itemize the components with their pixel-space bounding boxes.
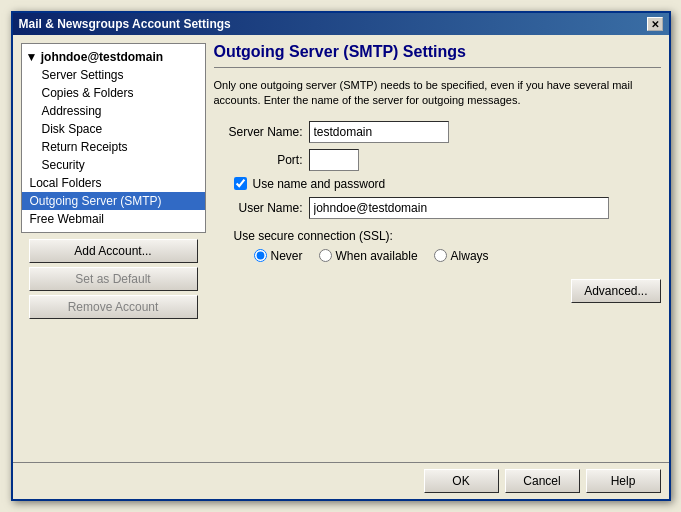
sidebar-item-label: Copies & Folders — [42, 86, 134, 100]
port-group: Port: — [214, 149, 661, 171]
username-group: User Name: — [214, 197, 661, 219]
sidebar-tree: ▼ johndoe@testdomain Server Settings Cop… — [21, 43, 206, 233]
footer-buttons: OK Cancel Help — [13, 462, 669, 499]
close-button[interactable]: ✕ — [647, 17, 663, 31]
server-name-group: Server Name: — [214, 121, 661, 143]
use-name-password-checkbox[interactable] — [234, 177, 247, 190]
ssl-section: Use secure connection (SSL): Never When … — [214, 229, 661, 263]
set-default-button[interactable]: Set as Default — [29, 267, 198, 291]
info-text: Only one outgoing server (SMTP) needs to… — [214, 78, 661, 109]
sidebar-item-addressing[interactable]: Addressing — [22, 102, 205, 120]
add-account-button[interactable]: Add Account... — [29, 239, 198, 263]
ssl-always-radio[interactable] — [434, 249, 447, 262]
ssl-when-available-radio[interactable] — [319, 249, 332, 262]
main-panel: Outgoing Server (SMTP) Settings Only one… — [214, 43, 661, 454]
left-panel: ▼ johndoe@testdomain Server Settings Cop… — [21, 43, 206, 454]
dialog-window: Mail & Newsgroups Account Settings ✕ ▼ j… — [11, 11, 671, 501]
sidebar-item-return-receipts[interactable]: Return Receipts — [22, 138, 205, 156]
advanced-button-row: Advanced... — [214, 279, 661, 303]
sidebar-item-account-root[interactable]: ▼ johndoe@testdomain — [22, 48, 205, 66]
username-input[interactable] — [309, 197, 609, 219]
ssl-label: Use secure connection (SSL): — [234, 229, 661, 243]
sidebar-item-server-settings[interactable]: Server Settings — [22, 66, 205, 84]
sidebar-item-label: Local Folders — [30, 176, 102, 190]
sidebar-item-disk-space[interactable]: Disk Space — [22, 120, 205, 138]
ssl-when-available-option[interactable]: When available — [319, 249, 418, 263]
tree-expand-icon: ▼ — [26, 50, 41, 64]
help-button[interactable]: Help — [586, 469, 661, 493]
sidebar-item-free-webmail[interactable]: Free Webmail — [22, 210, 205, 228]
sidebar-item-outgoing-smtp[interactable]: Outgoing Server (SMTP) — [22, 192, 205, 210]
ssl-never-radio[interactable] — [254, 249, 267, 262]
use-name-password-label: Use name and password — [253, 177, 386, 191]
sidebar-item-label: Security — [42, 158, 85, 172]
ssl-always-option[interactable]: Always — [434, 249, 489, 263]
ssl-always-label: Always — [451, 249, 489, 263]
port-label: Port: — [214, 153, 309, 167]
advanced-button[interactable]: Advanced... — [571, 279, 660, 303]
server-name-label: Server Name: — [214, 125, 309, 139]
ssl-when-available-label: When available — [336, 249, 418, 263]
username-label: User Name: — [214, 201, 309, 215]
dialog-title: Mail & Newsgroups Account Settings — [19, 17, 231, 31]
sidebar-item-label: Outgoing Server (SMTP) — [30, 194, 162, 208]
remove-account-button[interactable]: Remove Account — [29, 295, 198, 319]
server-name-input[interactable] — [309, 121, 449, 143]
ssl-never-option[interactable]: Never — [254, 249, 303, 263]
sidebar-item-label: Server Settings — [42, 68, 124, 82]
cancel-button[interactable]: Cancel — [505, 469, 580, 493]
sidebar-button-group: Add Account... Set as Default Remove Acc… — [21, 233, 206, 325]
sidebar-item-security[interactable]: Security — [22, 156, 205, 174]
ssl-radio-group: Never When available Always — [234, 249, 661, 263]
sidebar-item-local-folders[interactable]: Local Folders — [22, 174, 205, 192]
sidebar-item-label: Return Receipts — [42, 140, 128, 154]
content-area: ▼ johndoe@testdomain Server Settings Cop… — [13, 35, 669, 462]
port-input[interactable] — [309, 149, 359, 171]
sidebar-item-label: Free Webmail — [30, 212, 104, 226]
sidebar-item-label: Addressing — [42, 104, 102, 118]
use-name-password-group: Use name and password — [214, 177, 661, 191]
panel-title: Outgoing Server (SMTP) Settings — [214, 43, 661, 68]
sidebar-item-label: Disk Space — [42, 122, 103, 136]
title-bar: Mail & Newsgroups Account Settings ✕ — [13, 13, 669, 35]
ssl-never-label: Never — [271, 249, 303, 263]
sidebar-item-copies-folders[interactable]: Copies & Folders — [22, 84, 205, 102]
ok-button[interactable]: OK — [424, 469, 499, 493]
